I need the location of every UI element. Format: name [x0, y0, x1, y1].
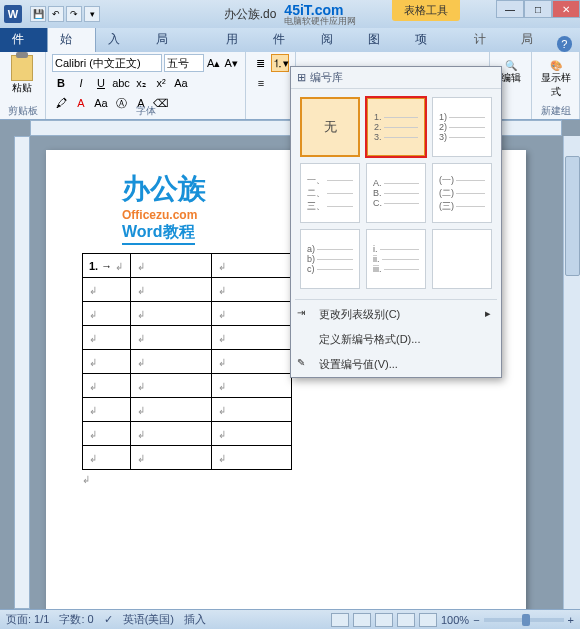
- font-size-select[interactable]: [164, 54, 204, 72]
- paragraph-mark: ↲: [82, 474, 490, 485]
- shrink-font-button[interactable]: A▾: [224, 54, 240, 72]
- zoom-level[interactable]: 100%: [441, 614, 469, 626]
- status-mode[interactable]: 插入: [184, 612, 206, 627]
- setval-icon: ✎: [297, 357, 311, 371]
- quick-access-toolbar: 💾 ↶ ↷ ▾: [30, 6, 100, 22]
- group-clipboard: 粘贴 剪贴板: [0, 52, 46, 119]
- define-new-format[interactable]: 定义新编号格式(D)...: [291, 327, 501, 352]
- view-fullscreen[interactable]: [353, 613, 371, 627]
- close-button[interactable]: ✕: [552, 0, 580, 18]
- table-row: ↲↲↲: [83, 374, 292, 398]
- qat-customize[interactable]: ▾: [84, 6, 100, 22]
- dropdown-header: ⊞ 编号库: [291, 67, 501, 89]
- library-icon: ⊞: [297, 71, 306, 84]
- library-label: 编号库: [310, 70, 343, 85]
- zoom-in-button[interactable]: +: [568, 614, 574, 626]
- change-case-button[interactable]: Aa: [172, 74, 190, 92]
- numbering-button[interactable]: ⒈▾: [271, 54, 289, 72]
- underline-button[interactable]: U: [92, 74, 110, 92]
- numbering-empty[interactable]: [432, 229, 492, 289]
- grow-font-button[interactable]: A▴: [206, 54, 222, 72]
- dropdown-separator: [295, 299, 497, 300]
- strike-button[interactable]: abc: [112, 74, 130, 92]
- styles-icon[interactable]: 🎨: [538, 60, 573, 71]
- vertical-scrollbar[interactable]: [563, 136, 580, 609]
- status-right: 100% − +: [331, 613, 574, 627]
- paste-label: 粘贴: [12, 81, 32, 95]
- change-list-level[interactable]: ⇥ 更改列表级别(C) ▸: [291, 302, 501, 327]
- paste-icon: [11, 55, 33, 81]
- numbering-arabic-paren[interactable]: 1) 2) 3): [432, 97, 492, 157]
- table-row: ↲↲↲: [83, 302, 292, 326]
- numbering-alpha-lower[interactable]: a) b) c): [300, 229, 360, 289]
- title-center: 办公族.do 45iT.com 电脑软硬件应用网: [224, 3, 357, 26]
- numbering-dropdown: ⊞ 编号库 无 1. 2. 3. 1) 2) 3) 一、 二、 三、 A. B.…: [290, 66, 502, 378]
- superscript-button[interactable]: x²: [152, 74, 170, 92]
- table-row: ↲↲↲: [83, 326, 292, 350]
- group-styles: 🎨 显示样式 新建组: [532, 52, 580, 119]
- set-numbering-value[interactable]: ✎ 设置编号值(V)...: [291, 352, 501, 377]
- styles-label: 显示样式: [541, 72, 571, 97]
- font-name-select[interactable]: [52, 54, 162, 72]
- table-row: ↲↲↲: [83, 446, 292, 470]
- bold-button[interactable]: B: [52, 74, 70, 92]
- clipboard-group-label: 剪贴板: [0, 104, 45, 118]
- save-button[interactable]: 💾: [30, 6, 46, 22]
- numbering-none[interactable]: 无: [300, 97, 360, 157]
- align-left-button[interactable]: ≡: [252, 74, 270, 92]
- ribbon-tabs: 文件 开始 插入 页面布局 引用 邮件 审阅 视图 加载项 设计 布局 ?: [0, 28, 580, 52]
- group-paragraph: ≣ ⒈▾ ≡: [246, 52, 296, 119]
- numbering-grid: 无 1. 2. 3. 1) 2) 3) 一、 二、 三、 A. B. C. (一…: [291, 89, 501, 297]
- group-font: A▴ A▾ B I U abc x₂ x² Aa 🖍 A Aa Ⓐ A ⌫ 字体: [46, 52, 246, 119]
- title-bar: W 💾 ↶ ↷ ▾ 办公族.do 45iT.com 电脑软硬件应用网 表格工具 …: [0, 0, 580, 28]
- zoom-thumb[interactable]: [522, 614, 530, 626]
- watermark-sub: 电脑软硬件应用网: [284, 17, 356, 26]
- status-spellcheck-icon[interactable]: ✓: [104, 613, 113, 626]
- italic-button[interactable]: I: [72, 74, 90, 92]
- numbering-alpha-upper[interactable]: A. B. C.: [366, 163, 426, 223]
- edit-label: 编辑: [501, 72, 521, 83]
- table-row: ↲↲↲: [83, 422, 292, 446]
- zoom-out-button[interactable]: −: [473, 614, 479, 626]
- status-words[interactable]: 字数: 0: [59, 612, 93, 627]
- watermark-logo: 45iT.com: [284, 3, 356, 17]
- bullets-button[interactable]: ≣: [252, 54, 269, 72]
- table-row: ↲↲↲: [83, 398, 292, 422]
- undo-button[interactable]: ↶: [48, 6, 64, 22]
- brand-word: Word教程: [122, 222, 195, 245]
- view-outline[interactable]: [397, 613, 415, 627]
- minimize-button[interactable]: —: [496, 0, 524, 18]
- view-draft[interactable]: [419, 613, 437, 627]
- vertical-ruler[interactable]: [14, 136, 30, 609]
- font-group-label: 字体: [46, 104, 245, 118]
- window-controls: — □ ✕: [496, 0, 580, 18]
- status-language[interactable]: 英语(美国): [123, 612, 174, 627]
- context-tab-label: 表格工具: [392, 0, 460, 21]
- zoom-slider[interactable]: [484, 618, 564, 622]
- newgroup-label: 新建组: [532, 104, 579, 118]
- document-title: 办公族.do: [224, 6, 277, 23]
- numbering-arabic-dot[interactable]: 1. 2. 3.: [366, 97, 426, 157]
- scroll-thumb[interactable]: [565, 156, 580, 276]
- numbering-cn-paren[interactable]: (一) (二) (三): [432, 163, 492, 223]
- view-web[interactable]: [375, 613, 393, 627]
- status-page[interactable]: 页面: 1/1: [6, 612, 49, 627]
- redo-button[interactable]: ↷: [66, 6, 82, 22]
- level-icon: ⇥: [297, 307, 311, 321]
- view-print-layout[interactable]: [331, 613, 349, 627]
- numbering-cn-comma[interactable]: 一、 二、 三、: [300, 163, 360, 223]
- word-app-icon: W: [4, 5, 22, 23]
- maximize-button[interactable]: □: [524, 0, 552, 18]
- numbering-roman-lower[interactable]: i. ii. iii.: [366, 229, 426, 289]
- status-bar: 页面: 1/1 字数: 0 ✓ 英语(美国) 插入 100% − +: [0, 609, 580, 629]
- table-row: ↲↲↲: [83, 278, 292, 302]
- table-row: 1. → ↲↲↲: [83, 254, 292, 278]
- content-table[interactable]: 1. → ↲↲↲ ↲↲↲ ↲↲↲ ↲↲↲ ↲↲↲ ↲↲↲ ↲↲↲ ↲↲↲ ↲↲↲: [82, 253, 292, 470]
- subscript-button[interactable]: x₂: [132, 74, 150, 92]
- table-row: ↲↲↲: [83, 350, 292, 374]
- paste-button[interactable]: 粘贴: [6, 54, 38, 96]
- help-button[interactable]: ?: [557, 36, 573, 52]
